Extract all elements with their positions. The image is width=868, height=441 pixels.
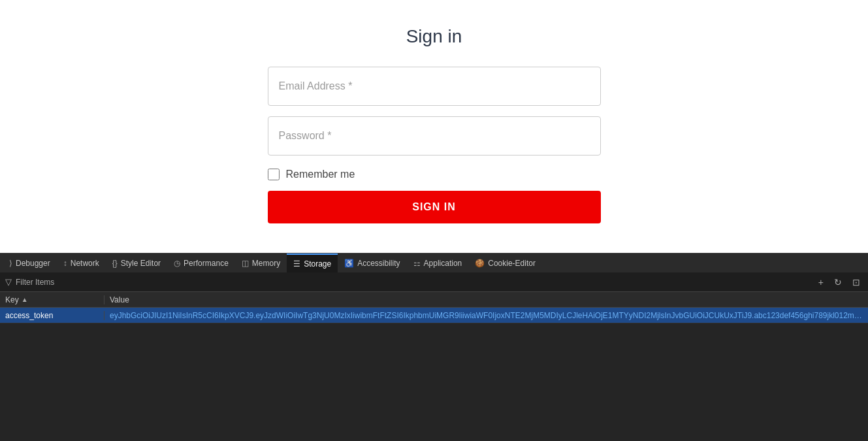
memory-icon: ◫ (242, 259, 249, 268)
tab-cookie-editor[interactable]: 🍪 Cookie-Editor (468, 253, 542, 272)
remember-label: Remember me (286, 169, 355, 180)
tab-debugger[interactable]: ⟩ Debugger (3, 253, 57, 272)
login-form: Remember me SIGN IN (268, 67, 601, 223)
storage-table: Key ▲ Value access_token eyJhbGciOiJIUzI… (0, 292, 868, 441)
page-title: Sign in (406, 26, 462, 47)
tab-application[interactable]: ⚏ Application (407, 253, 469, 272)
debugger-icon: ⟩ (9, 259, 12, 268)
tab-memory[interactable]: ◫ Memory (235, 253, 287, 272)
devtools-panel: ⟩ Debugger ↕ Network {} Style Editor ◷ P… (0, 253, 868, 441)
tab-style-editor[interactable]: {} Style Editor (106, 253, 167, 272)
cell-value: eyJhbGciOiJIUzI1NiIsInR5cCI6IkpXVCJ9.eyJ… (104, 311, 868, 320)
tab-accessibility[interactable]: ♿ Accessibility (338, 253, 406, 272)
tab-storage[interactable]: ☰ Storage (287, 253, 338, 272)
page-content: Sign in Remember me SIGN IN (0, 0, 868, 253)
table-row[interactable]: access_token eyJhbGciOiJIUzI1NiIsInR5cCI… (0, 308, 868, 323)
network-icon: ↕ (63, 259, 67, 268)
header-key: Key ▲ (0, 295, 104, 304)
devtools-tabbar: ⟩ Debugger ↕ Network {} Style Editor ◷ P… (0, 253, 868, 272)
refresh-button[interactable]: ↻ (831, 276, 844, 289)
add-item-button[interactable]: + (816, 276, 826, 289)
tab-network[interactable]: ↕ Network (57, 253, 106, 272)
tab-performance[interactable]: ◷ Performance (167, 253, 235, 272)
application-icon: ⚏ (413, 259, 421, 268)
filter-actions: + ↻ ⊡ (816, 276, 863, 289)
filter-bar: ▽ Filter Items + ↻ ⊡ (0, 272, 868, 292)
accessibility-icon: ♿ (344, 259, 354, 268)
performance-icon: ◷ (174, 259, 180, 268)
sort-arrow-icon: ▲ (22, 296, 28, 303)
storage-icon: ☰ (293, 259, 300, 269)
remember-checkbox[interactable] (268, 169, 280, 180)
cookie-editor-icon: 🍪 (475, 259, 485, 268)
table-header: Key ▲ Value (0, 292, 868, 308)
email-field[interactable] (268, 67, 601, 106)
cell-key: access_token (0, 311, 104, 320)
filter-icon: ▽ (5, 277, 12, 287)
remember-row: Remember me (268, 169, 601, 180)
header-value: Value (104, 295, 868, 304)
signin-button[interactable]: SIGN IN (268, 191, 601, 223)
filter-label: Filter Items (16, 278, 54, 287)
clear-button[interactable]: ⊡ (850, 276, 863, 289)
password-field[interactable] (268, 116, 601, 155)
style-editor-icon: {} (112, 259, 118, 268)
